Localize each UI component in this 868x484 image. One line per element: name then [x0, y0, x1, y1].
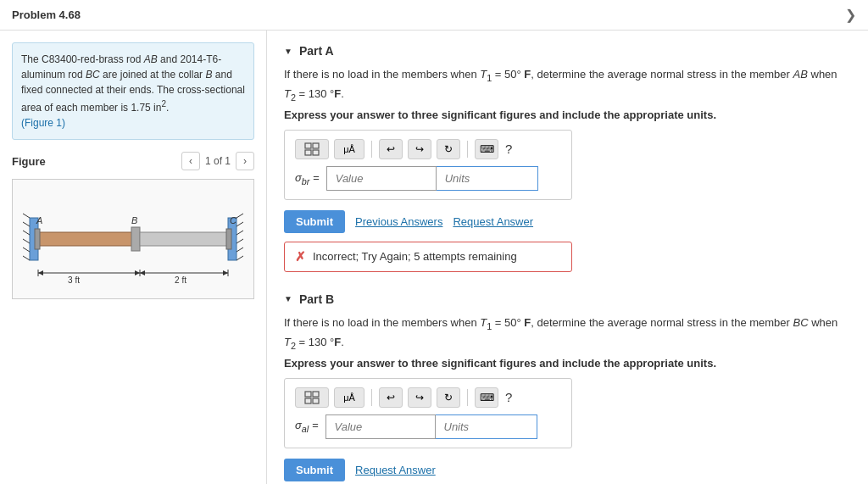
- part-a-error-box: ✗ Incorrect; Try Again; 5 attempts remai…: [284, 242, 572, 272]
- part-b-input-label: σal =: [295, 419, 319, 434]
- part-b-header[interactable]: ▼ Part B: [284, 292, 851, 306]
- part-b-units-input[interactable]: [436, 414, 537, 439]
- svg-rect-14: [38, 232, 133, 246]
- figure-next-btn[interactable]: ›: [236, 152, 254, 170]
- svg-line-13: [236, 256, 243, 260]
- svg-line-9: [236, 222, 243, 226]
- part-b-value-input[interactable]: [326, 414, 436, 439]
- svg-text:C: C: [230, 215, 236, 225]
- page-title: Problem 4.68: [12, 8, 81, 21]
- svg-rect-17: [35, 229, 40, 249]
- figure-header: Figure ‹ 1 of 1 ›: [12, 152, 254, 170]
- error-text: Incorrect; Try Again; 5 attempts remaini…: [313, 250, 517, 263]
- desc-text: The C83400-red-brass rod AB and 2014-T6-…: [21, 53, 245, 114]
- svg-rect-38: [313, 392, 319, 397]
- svg-line-11: [236, 239, 243, 243]
- next-arrow[interactable]: ❯: [845, 7, 856, 23]
- svg-line-2: [23, 222, 30, 226]
- svg-text:2 ft: 2 ft: [175, 275, 186, 285]
- part-b-answer-box: μÅ ↩ ↪ ↻ ⌨ ? σal =: [284, 378, 572, 448]
- part-b-submit-btn[interactable]: Submit: [284, 459, 345, 481]
- part-b-problem-text: If there is no load in the members when …: [284, 314, 851, 353]
- sep1: [371, 141, 372, 158]
- figure-prev-btn[interactable]: ‹: [181, 152, 200, 170]
- part-a-value-input[interactable]: [326, 166, 437, 191]
- svg-line-12: [236, 248, 243, 252]
- part-b-toolbar: μÅ ↩ ↪ ↻ ⌨ ?: [295, 387, 561, 408]
- right-panel: ▼ Part A If there is no load in the memb…: [267, 31, 868, 484]
- part-a-prev-answers-btn[interactable]: Previous Answers: [355, 215, 442, 228]
- left-panel: The C83400-red-brass rod AB and 2014-T6-…: [0, 31, 267, 484]
- svg-marker-32: [223, 270, 228, 275]
- part-a-answer-box: μÅ ↩ ↪ ↻ ⌨ ? σbr =: [284, 130, 572, 200]
- part-b-note: Express your answer to three significant…: [284, 357, 851, 370]
- part-a-input-row: σbr =: [295, 166, 561, 191]
- svg-line-1: [23, 214, 30, 218]
- svg-marker-30: [135, 270, 140, 275]
- figure-page: 1 of 1: [205, 155, 231, 167]
- part-a-note: Express your answer to three significant…: [284, 108, 851, 121]
- part-b-input-row: σal =: [295, 414, 561, 439]
- mu-icon[interactable]: μÅ: [334, 139, 364, 159]
- part-b-keyboard-icon[interactable]: ⌨: [475, 387, 498, 408]
- part-a-request-answer-btn[interactable]: Request Answer: [453, 215, 533, 228]
- svg-marker-29: [38, 270, 43, 275]
- part-b-mu-icon[interactable]: μÅ: [334, 387, 364, 408]
- part-b-request-answer-btn[interactable]: Request Answer: [355, 464, 436, 476]
- error-icon: ✗: [295, 249, 306, 264]
- part-b-help-icon[interactable]: ?: [505, 390, 512, 404]
- part-a-label: Part A: [299, 44, 334, 58]
- part-a-btn-row: Submit Previous Answers Request Answer: [284, 210, 851, 233]
- part-b-section: ▼ Part B If there is no load in the memb…: [284, 292, 851, 481]
- top-bar: Problem 4.68 ❯: [0, 0, 868, 31]
- svg-rect-36: [313, 150, 319, 155]
- help-icon[interactable]: ?: [505, 142, 512, 156]
- main-layout: The C83400-red-brass rod AB and 2014-T6-…: [0, 31, 868, 484]
- svg-rect-35: [305, 150, 311, 155]
- part-b-refresh-icon[interactable]: ↻: [437, 387, 460, 408]
- svg-rect-37: [305, 392, 311, 397]
- part-b-redo-icon[interactable]: ↪: [408, 387, 431, 408]
- part-a-input-label: σbr =: [295, 171, 320, 186]
- part-b-triangle: ▼: [284, 294, 292, 303]
- figure-link[interactable]: (Figure 1): [21, 117, 65, 129]
- svg-rect-18: [226, 229, 231, 249]
- part-a-submit-btn[interactable]: Submit: [284, 210, 345, 233]
- svg-line-10: [236, 231, 243, 235]
- part-a-toolbar: μÅ ↩ ↪ ↻ ⌨ ?: [295, 139, 561, 159]
- undo-icon[interactable]: ↩: [379, 139, 403, 159]
- redo-icon[interactable]: ↪: [408, 139, 431, 159]
- refresh-icon[interactable]: ↻: [437, 139, 460, 159]
- part-b-undo-icon[interactable]: ↩: [379, 387, 403, 408]
- grid-icon[interactable]: [295, 139, 329, 159]
- part-b-label: Part B: [299, 292, 334, 306]
- part-a-units-input[interactable]: [437, 166, 538, 191]
- part-b-sep1: [371, 389, 372, 406]
- svg-line-8: [236, 214, 243, 218]
- figure-nav: ‹ 1 of 1 ›: [181, 152, 254, 170]
- part-a-triangle: ▼: [284, 47, 292, 56]
- sep2: [467, 141, 468, 158]
- svg-line-4: [23, 239, 30, 243]
- rod-svg: A B C 3 ft 2 ft: [23, 188, 243, 290]
- svg-text:B: B: [131, 215, 137, 225]
- svg-text:A: A: [36, 215, 42, 225]
- part-b-sep2: [467, 389, 468, 406]
- problem-description: The C83400-red-brass rod AB and 2014-T6-…: [12, 42, 254, 140]
- svg-rect-34: [313, 143, 319, 148]
- part-a-header[interactable]: ▼ Part A: [284, 44, 851, 58]
- svg-line-6: [23, 256, 30, 260]
- part-b-grid-icon[interactable]: [295, 387, 329, 408]
- part-a-section: ▼ Part A If there is no load in the memb…: [284, 44, 851, 272]
- svg-rect-33: [305, 143, 311, 148]
- svg-rect-40: [313, 398, 319, 403]
- svg-line-3: [23, 231, 30, 235]
- svg-marker-31: [140, 270, 145, 275]
- svg-rect-16: [140, 232, 228, 246]
- svg-rect-39: [305, 398, 311, 403]
- keyboard-icon[interactable]: ⌨: [475, 139, 498, 159]
- part-a-problem-text: If there is no load in the members when …: [284, 66, 851, 105]
- svg-line-5: [23, 248, 30, 252]
- figure-image: A B C 3 ft 2 ft: [12, 179, 254, 299]
- svg-text:3 ft: 3 ft: [68, 275, 80, 285]
